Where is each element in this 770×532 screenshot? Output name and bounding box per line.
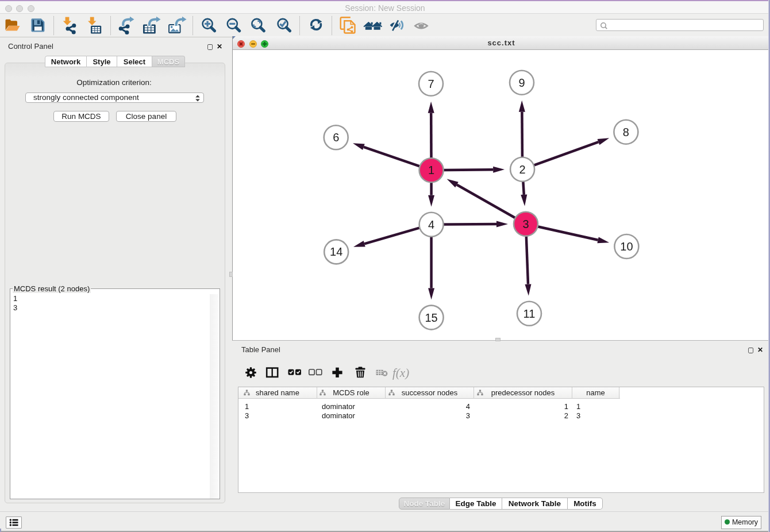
svg-text:6: 6 (333, 131, 339, 144)
svg-text:f(x): f(x) (392, 366, 409, 380)
svg-text:2: 2 (519, 163, 526, 176)
svg-text:7: 7 (428, 78, 434, 90)
svg-text:8: 8 (623, 126, 629, 138)
svg-text:9: 9 (518, 76, 525, 89)
svg-text:14: 14 (330, 245, 342, 258)
svg-text:10: 10 (620, 240, 633, 253)
svg-text:3: 3 (522, 218, 529, 230)
svg-text:11: 11 (523, 307, 536, 320)
svg-text:1: 1 (428, 164, 434, 176)
svg-text:15: 15 (425, 311, 437, 324)
svg-text:4: 4 (428, 218, 434, 231)
